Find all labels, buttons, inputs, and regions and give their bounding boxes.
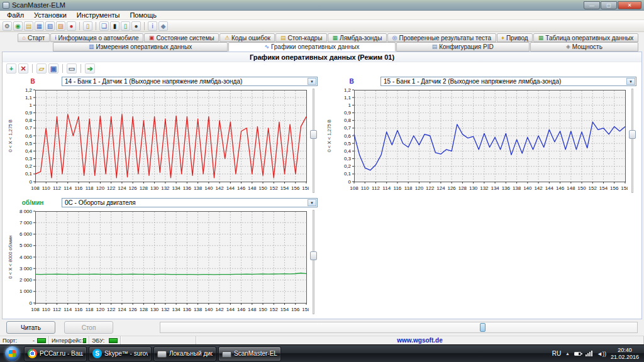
time-scrollbar[interactable]: [160, 322, 638, 333]
chevron-down-icon[interactable]: ▼: [308, 78, 316, 85]
add-graph-icon[interactable]: +: [6, 63, 16, 74]
taskbar-explorer[interactable]: Локальный диск ...: [153, 346, 216, 361]
speaker-icon[interactable]: ◄)): [597, 351, 606, 357]
info-icon[interactable]: i: [148, 21, 157, 31]
website-link[interactable]: www.wgsoft.de: [397, 337, 442, 344]
svg-text:122: 122: [426, 185, 435, 191]
tab-live-data-graphs-icon: ∿: [264, 44, 269, 50]
document-icon[interactable]: ▤: [24, 21, 33, 31]
stop-button[interactable]: Стоп: [64, 321, 113, 334]
lambda-bank1-sensor2-scale-slider-thumb[interactable]: [629, 130, 636, 139]
globe-icon[interactable]: ◉: [13, 21, 23, 31]
help-shield-icon[interactable]: ◆: [158, 21, 168, 31]
tab-live-data-measurements[interactable]: ▥Измерения оперативных данных: [53, 42, 228, 52]
minimize-button[interactable]: —: [584, 1, 600, 9]
tab-power-label: Мощность: [572, 43, 602, 50]
tab-actuator[interactable]: ♦Привод: [497, 33, 533, 42]
tab-freeze-frames[interactable]: ▤Стоп-кадры: [275, 33, 326, 42]
open-file-icon[interactable]: ▱: [36, 63, 47, 74]
maximize-button[interactable]: ▢: [601, 1, 617, 9]
network-signal-icon[interactable]: [586, 351, 592, 356]
svg-text:136: 136: [183, 307, 192, 312]
menu-bar: ФайлУстановкиИнструментыПомощь: [0, 11, 644, 20]
tab-vehicle-info[interactable]: iИнформация о автомобиле: [50, 33, 143, 42]
tray-chevron-icon[interactable]: ▲: [565, 351, 570, 356]
svg-text:0,9: 0,9: [25, 110, 33, 116]
svg-text:0: 0: [30, 300, 33, 306]
tab-live-data-graphs-label: Графики оперативных данных: [271, 43, 360, 50]
tab-live-data-graphs[interactable]: ∿Графики оперативных данных: [228, 42, 395, 52]
svg-text:0 < X < 1,275 В: 0 < X < 1,275 В: [8, 119, 13, 152]
tab-live-data-table[interactable]: ▦Таблица оперативных данных: [533, 33, 638, 42]
time-scrollbar-thumb[interactable]: [480, 323, 486, 332]
svg-text:8 000: 8 000: [19, 209, 33, 214]
save-icon[interactable]: ▣: [48, 63, 58, 74]
svg-text:140: 140: [204, 307, 213, 312]
terminal-icon[interactable]: ▮: [110, 21, 119, 31]
chat-icon[interactable]: ❏: [99, 21, 109, 31]
clock-date: 21.02.2016: [611, 354, 639, 361]
taskbar-skype[interactable]: SSkype™ - surovtse...: [89, 346, 152, 361]
export-icon[interactable]: ➔: [85, 63, 95, 74]
battery-icon[interactable]: [574, 352, 581, 356]
remove-graph-icon[interactable]: ✕: [18, 63, 28, 74]
lambda-bank1-sensor1-scale-slider[interactable]: [309, 87, 318, 195]
user-icon[interactable]: ●: [67, 21, 76, 31]
clock[interactable]: 20:40 21.02.2016: [611, 347, 639, 361]
svg-text:148: 148: [567, 185, 575, 191]
start-button[interactable]: [2, 345, 22, 362]
menu-help[interactable]: Помощь: [125, 11, 162, 19]
read-button[interactable]: Читать: [6, 321, 55, 334]
lambda-bank1-sensor1-scale-slider-thumb[interactable]: [310, 130, 317, 139]
globe-dark-icon[interactable]: ●: [131, 21, 141, 31]
lambda-bank1-sensor2-scale-slider[interactable]: [628, 87, 637, 195]
svg-text:126: 126: [128, 307, 137, 312]
image-icon[interactable]: ▨: [56, 21, 65, 31]
chart-icon[interactable]: ▧: [45, 21, 55, 31]
svg-text:150: 150: [258, 307, 267, 312]
tab-start[interactable]: ⌂Старт: [18, 33, 50, 42]
chevron-down-icon[interactable]: ▼: [626, 78, 635, 85]
svg-text:128: 128: [140, 307, 148, 312]
tab-pid-config[interactable]: ▤Конфигурация PID: [396, 42, 530, 52]
connect-wrench-icon[interactable]: ⚙: [3, 21, 12, 31]
menu-file[interactable]: Файл: [2, 11, 29, 19]
taskbar-scanmaster[interactable]: ScanMaster-ELM: [218, 346, 281, 361]
svg-text:120: 120: [96, 307, 105, 312]
chart-toolbar: +✕▱▣▭➔: [3, 62, 641, 75]
engine-rpm-scale-slider[interactable]: [309, 208, 318, 316]
taskbar-chrome[interactable]: PCCar.ru - Ваш а...: [24, 346, 87, 361]
engine-rpm-scale-slider-thumb[interactable]: [310, 251, 317, 260]
table-icon[interactable]: ▦: [35, 21, 44, 31]
lambda-bank1-sensor1-pid-select[interactable]: 14 - Банк 1 - Датчик 1 (Выходное напряже…: [62, 77, 318, 86]
print-icon[interactable]: ▭: [67, 63, 77, 74]
tab-system-status-icon: ▣: [149, 35, 155, 41]
tab-test-results[interactable]: ◎Проверенные результаты теста: [387, 33, 496, 42]
tab-row-1: ⌂СтартiИнформация о автомобиле▣Состояние…: [0, 33, 644, 42]
tab-error-codes[interactable]: ⚠Коды ошибок: [219, 33, 275, 42]
tab-system-status[interactable]: ▣Состояние системы: [144, 33, 219, 42]
svg-text:3 000: 3 000: [19, 266, 33, 272]
tab-lambda-sensors[interactable]: ▦Лямбда-зонды: [328, 33, 387, 42]
lambda-bank1-sensor1-plot-area: 1081101121141161181201221241261281301321…: [6, 87, 319, 195]
menu-settings[interactable]: Установки: [29, 11, 72, 19]
engine-rpm-pid-select[interactable]: 0C - Обороты двигателя▼: [62, 198, 318, 207]
tab-power[interactable]: ◈Мощность: [530, 42, 638, 52]
clock-time: 20:40: [611, 347, 639, 354]
language-indicator[interactable]: RU: [552, 350, 561, 357]
svg-text:0,9: 0,9: [344, 110, 352, 116]
close-button[interactable]: ✕: [618, 1, 641, 9]
menu-tools[interactable]: Инструменты: [72, 11, 125, 19]
lambda-bank1-sensor2-pid-select[interactable]: 15 - Банк 1 - Датчик 2 (Выходное напряже…: [380, 77, 636, 86]
svg-text:110: 110: [42, 185, 50, 191]
battery-icon[interactable]: ▯: [121, 21, 130, 31]
chevron-down-icon[interactable]: ▼: [308, 199, 316, 206]
svg-text:116: 116: [75, 307, 83, 312]
lambda-bank1-sensor1-scale-slider-track: [313, 89, 314, 193]
lambda-bank1-sensor1-panel: В14 - Банк 1 - Датчик 1 (Выходное напряж…: [6, 76, 319, 195]
svg-text:1: 1: [348, 102, 352, 108]
toolbar-separator: [144, 22, 145, 30]
clipboard-icon[interactable]: ▯: [83, 21, 92, 31]
svg-text:140: 140: [204, 185, 213, 191]
engine-rpm-pid-select-value: 0C - Обороты двигателя: [65, 199, 306, 206]
